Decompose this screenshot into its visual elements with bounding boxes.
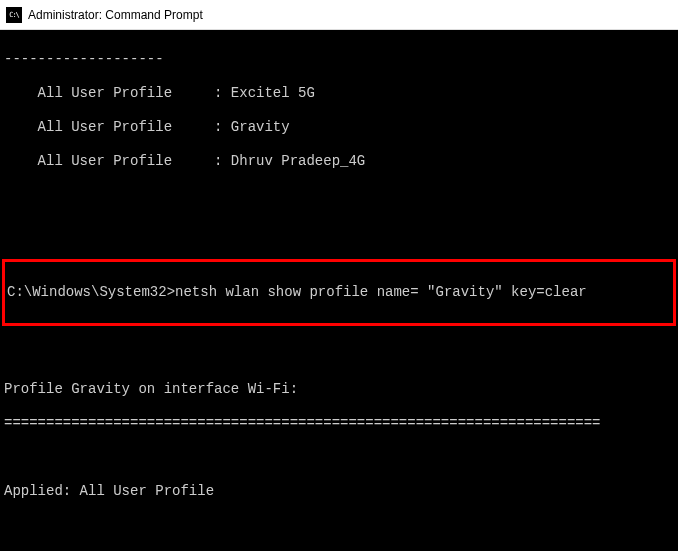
blank-line <box>0 517 678 534</box>
highlighted-command-box: C:\Windows\System32>netsh wlan show prof… <box>2 259 676 326</box>
cmd-icon <box>6 7 22 23</box>
blank-line <box>0 449 678 466</box>
terminal-output[interactable]: ------------------- All User Profile : E… <box>0 30 678 551</box>
profile-name: Dhruv Pradeep_4G <box>231 153 365 169</box>
profile-name: Gravity <box>231 119 290 135</box>
window-title: Administrator: Command Prompt <box>28 8 203 22</box>
profile-name: Excitel 5G <box>231 85 315 101</box>
applied-line: Applied: All User Profile <box>0 483 678 500</box>
command-text: netsh wlan show profile name= "Gravity" … <box>175 284 587 301</box>
profile-label: All User Profile <box>38 119 172 135</box>
command-line: C:\Windows\System32>netsh wlan show prof… <box>7 284 671 301</box>
blank-line <box>0 187 678 204</box>
profile-entry: All User Profile : Dhruv Pradeep_4G <box>0 153 678 170</box>
separator: ========================================… <box>0 415 678 432</box>
profile-label: All User Profile <box>38 85 172 101</box>
blank-line <box>0 347 678 364</box>
window-title-bar[interactable]: Administrator: Command Prompt <box>0 0 678 30</box>
profile-header: Profile Gravity on interface Wi-Fi: <box>0 381 678 398</box>
blank-line <box>0 221 678 238</box>
prompt: C:\Windows\System32> <box>7 284 175 301</box>
profile-entry: All User Profile : Gravity <box>0 119 678 136</box>
profile-entry: All User Profile : Excitel 5G <box>0 85 678 102</box>
profile-label: All User Profile <box>38 153 172 169</box>
dash-row: ------------------- <box>0 51 678 68</box>
